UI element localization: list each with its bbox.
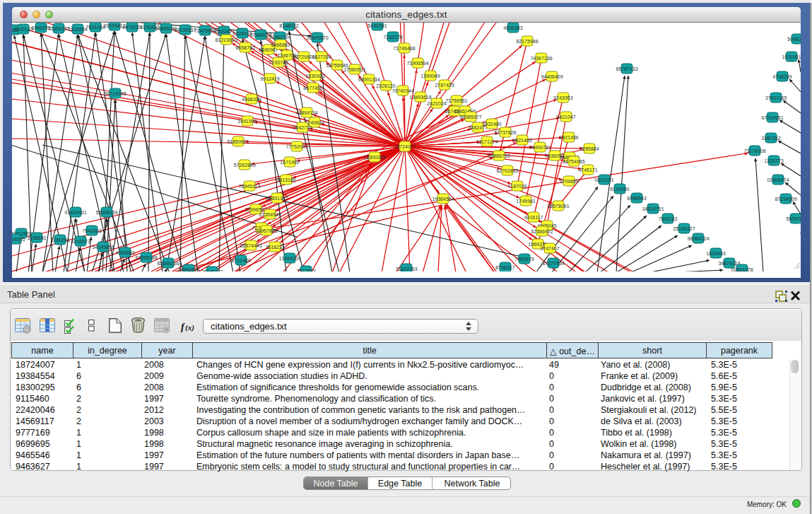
- svg-text:96532871: 96532871: [213, 29, 235, 34]
- svg-text:25135427: 25135427: [673, 226, 695, 231]
- svg-text:49894134: 49894134: [295, 110, 317, 115]
- svg-text:3518233: 3518233: [265, 245, 284, 250]
- svg-text:02654235: 02654235: [47, 26, 69, 31]
- svg-text:54145868: 54145868: [92, 245, 114, 250]
- svg-text:1615594: 1615594: [68, 27, 87, 32]
- svg-text:34714345: 34714345: [104, 91, 126, 96]
- svg-text:64139537: 64139537: [174, 28, 196, 33]
- svg-text:18724007: 18724007: [394, 144, 416, 149]
- svg-text:04499727: 04499727: [529, 145, 551, 150]
- svg-text:36995777: 36995777: [201, 269, 223, 272]
- svg-text:9600133: 9600133: [13, 27, 33, 32]
- svg-text:13433200: 13433200: [278, 256, 300, 261]
- svg-text:9413186: 9413186: [276, 177, 295, 182]
- svg-text:94406409: 94406409: [541, 74, 563, 79]
- svg-text:13171274: 13171274: [476, 139, 498, 144]
- svg-text:65648236: 65648236: [157, 261, 179, 266]
- svg-text:4966319: 4966319: [242, 97, 261, 102]
- svg-text:5430391: 5430391: [367, 23, 387, 28]
- svg-text:73178108: 73178108: [743, 148, 765, 153]
- svg-text:2787429: 2787429: [435, 83, 454, 88]
- svg-text:71906594: 71906594: [406, 61, 428, 66]
- svg-text:1671902: 1671902: [280, 160, 299, 165]
- svg-text:9521456: 9521456: [559, 135, 578, 140]
- svg-text:3709859: 3709859: [559, 179, 578, 184]
- svg-text:1491905: 1491905: [237, 119, 257, 124]
- svg-text:1399049: 1399049: [420, 74, 440, 78]
- svg-text:82175946: 82175946: [516, 39, 538, 44]
- svg-text:81223623: 81223623: [215, 37, 237, 42]
- svg-text:7816184: 7816184: [86, 25, 105, 30]
- svg-text:2260256: 2260256: [50, 238, 69, 243]
- svg-text:65787133: 65787133: [616, 66, 637, 71]
- svg-text:3747407: 3747407: [540, 246, 559, 251]
- svg-text:76945314: 76945314: [238, 184, 260, 189]
- svg-text:51462704: 51462704: [269, 35, 290, 40]
- svg-text:74367136: 74367136: [530, 56, 552, 61]
- svg-text:7182278: 7182278: [383, 35, 402, 40]
- svg-text:81754965: 81754965: [563, 159, 584, 164]
- svg-text:9421047: 9421047: [556, 115, 575, 119]
- svg-text:7543303: 7543303: [82, 228, 101, 233]
- svg-text:1627204: 1627204: [312, 54, 331, 59]
- svg-text:0330923: 0330923: [305, 74, 324, 78]
- svg-text:60385977: 60385977: [459, 115, 481, 119]
- svg-text:71756551: 71756551: [445, 98, 467, 103]
- svg-text:1745961: 1745961: [516, 199, 535, 204]
- svg-text:67737826: 67737826: [494, 130, 516, 135]
- svg-text:98084124: 98084124: [687, 236, 709, 241]
- svg-text:51850671: 51850671: [227, 139, 249, 144]
- svg-text:13493618: 13493618: [409, 95, 431, 100]
- svg-text:5466889: 5466889: [271, 42, 290, 47]
- svg-text:9743953: 9743953: [553, 95, 572, 100]
- svg-text:1031051: 1031051: [782, 54, 801, 59]
- svg-text:7889579: 7889579: [514, 257, 534, 262]
- svg-text:9912419: 9912419: [260, 76, 279, 81]
- svg-text:17080531: 17080531: [343, 67, 365, 72]
- svg-text:57262849: 57262849: [233, 163, 255, 168]
- svg-text:34957885: 34957885: [255, 228, 277, 233]
- svg-text:7917693: 7917693: [296, 269, 315, 272]
- svg-text:2421024: 2421024: [427, 101, 446, 106]
- svg-text:18300295: 18300295: [363, 155, 385, 160]
- svg-text:3285884: 3285884: [579, 146, 599, 151]
- svg-text:61595148: 61595148: [135, 255, 157, 260]
- svg-text:01429401: 01429401: [64, 210, 86, 215]
- svg-text:6193990: 6193990: [610, 187, 629, 192]
- svg-text:62702895: 62702895: [496, 168, 518, 173]
- svg-text:80831367: 80831367: [266, 196, 288, 201]
- svg-text:67010651: 67010651: [761, 115, 783, 120]
- svg-text:0812191: 0812191: [594, 177, 613, 182]
- svg-text:62386922: 62386922: [531, 229, 553, 234]
- svg-text:4060883: 4060883: [115, 250, 134, 255]
- svg-text:79740344: 79740344: [392, 88, 413, 93]
- svg-text:1326773: 1326773: [764, 158, 783, 163]
- svg-text:8708317: 8708317: [495, 265, 514, 270]
- svg-text:7187026: 7187026: [507, 184, 526, 189]
- svg-text:4316117: 4316117: [524, 215, 543, 220]
- svg-text:6475255: 6475255: [122, 25, 141, 30]
- svg-text:99091334: 99091334: [358, 77, 379, 82]
- svg-text:00524278: 00524278: [731, 267, 753, 272]
- svg-text:55886753: 55886753: [488, 153, 510, 158]
- svg-text:1824493: 1824493: [706, 251, 725, 256]
- svg-text:19384554: 19384554: [432, 197, 454, 201]
- svg-text:85574443: 85574443: [240, 243, 261, 248]
- svg-text:27354549: 27354549: [259, 212, 281, 217]
- svg-text:(x): (x): [185, 323, 194, 332]
- svg-text:5098393: 5098393: [787, 37, 801, 42]
- svg-text:76320163: 76320163: [395, 267, 417, 271]
- svg-text:4745171: 4745171: [578, 168, 597, 173]
- svg-text:0842710: 0842710: [293, 125, 312, 130]
- svg-text:5009788: 5009788: [786, 216, 801, 221]
- svg-text:87277434: 87277434: [542, 261, 564, 266]
- svg-text:6658760: 6658760: [235, 45, 254, 50]
- svg-text:77752047: 77752047: [286, 144, 307, 149]
- svg-text:3158692: 3158692: [27, 235, 46, 240]
- svg-text:29946804: 29946804: [177, 267, 199, 272]
- svg-text:3387262: 3387262: [761, 136, 780, 141]
- svg-text:55698169: 55698169: [95, 210, 117, 215]
- svg-text:2328120: 2328120: [376, 83, 395, 88]
- svg-text:71746488: 71746488: [393, 46, 415, 51]
- svg-text:8148932: 8148932: [279, 23, 298, 28]
